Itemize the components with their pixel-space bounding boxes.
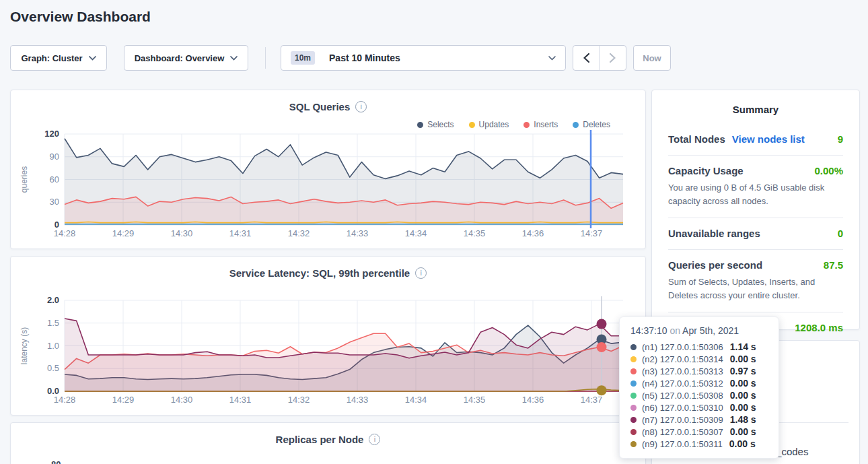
- summary-row-label: Unavailable ranges: [668, 228, 760, 239]
- summary-rows: Total NodesView nodes list9Capacity Usag…: [668, 124, 843, 343]
- sql-queries-chart-title: SQL Queries: [289, 101, 351, 112]
- chevron-right-icon: [610, 53, 616, 63]
- service-latency-chart[interactable]: 0.00.51.01.52.0latency (s)14:2814:2914:3…: [11, 294, 645, 413]
- tooltip-series-dot-icon: [630, 429, 637, 435]
- tooltip-node-label: (n9) 127.0.0.1:50311: [642, 439, 723, 449]
- tooltip-node-label: (n8) 127.0.0.1:50307: [642, 427, 723, 437]
- tooltip-series-dot-icon: [630, 356, 637, 362]
- tooltip-series-dot-icon: [630, 344, 637, 350]
- x-axis-tick: 14:36: [522, 228, 544, 238]
- summary-row: Total NodesView nodes list9: [668, 124, 843, 156]
- chevron-down-icon: [548, 56, 556, 61]
- y-axis-tick: 1.5: [47, 318, 59, 328]
- replicas-per-node-chart-panel: Replicas per Node i 80: [10, 422, 646, 464]
- chart-hover-tooltip: 14:37:10 on Apr 5th, 2021 (n1) 127.0.0.1…: [619, 317, 779, 459]
- tooltip-node-value: 1.48 s: [730, 414, 756, 425]
- x-axis-tick: 14:37: [581, 228, 603, 238]
- now-button[interactable]: Now: [633, 45, 671, 71]
- summary-panel: Summary Total NodesView nodes list9Capac…: [651, 90, 860, 330]
- tooltip-node-label: (n4) 127.0.0.1:50312: [642, 378, 723, 389]
- x-axis-tick: 14:29: [112, 228, 135, 238]
- hover-dot: [597, 319, 607, 329]
- service-latency-chart-panel: Service Latency: SQL, 99th percentile i …: [10, 256, 646, 416]
- summary-row-description: Sum of Selects, Updates, Inserts, and De…: [668, 275, 843, 302]
- summary-row: Unavailable ranges0: [668, 218, 843, 250]
- tooltip-series-dot-icon: [630, 441, 637, 447]
- graph-dropdown[interactable]: Graph: Cluster: [10, 45, 107, 71]
- x-axis-tick: 14:29: [112, 395, 135, 405]
- summary-row-value: 0: [838, 228, 843, 239]
- summary-row-head: Unavailable ranges0: [668, 228, 843, 239]
- info-icon[interactable]: i: [415, 267, 427, 279]
- summary-row-head: Total NodesView nodes list9: [668, 133, 843, 145]
- controls-divider: [265, 47, 266, 69]
- service-latency-chart-title: Service Latency: SQL, 99th percentile: [229, 267, 410, 279]
- tooltip-timestamp: 14:37:10 on Apr 5th, 2021: [630, 325, 768, 336]
- info-icon[interactable]: i: [355, 101, 367, 112]
- summary-row: Queries per second87.5Sum of Selects, Up…: [668, 250, 843, 312]
- sql-queries-chart-panel: SQL Queries i SelectsUpdatesInsertsDelet…: [10, 90, 646, 249]
- y-axis-tick: 0.5: [47, 363, 59, 373]
- time-range-label: Past 10 Minutes: [329, 53, 400, 63]
- chevron-down-icon: [89, 56, 96, 61]
- page-title: Overview Dashboard: [10, 9, 151, 25]
- tooltip-series-dot-icon: [630, 417, 637, 423]
- summary-row-head: Capacity Usage0.00%: [668, 165, 843, 176]
- x-axis-tick: 14:32: [288, 228, 310, 238]
- tooltip-node-value: 0.00 s: [730, 390, 756, 401]
- tooltip-series-dot-icon: [630, 368, 637, 374]
- tooltip-row: (n3) 127.0.0.1:503130.97 s: [630, 365, 768, 377]
- y-axis-tick: 2.0: [47, 295, 59, 305]
- info-icon[interactable]: i: [369, 434, 380, 445]
- dashboard-dropdown-label: Dashboard: Overview: [135, 53, 225, 63]
- replicas-y-tick: 80: [51, 459, 61, 464]
- tooltip-node-value: 0.97 s: [730, 366, 756, 376]
- tooltip-node-value: 0.00 s: [729, 438, 756, 449]
- graph-dropdown-label: Graph: Cluster: [21, 53, 82, 63]
- tooltip-node-label: (n1) 127.0.0.1:50306: [642, 342, 723, 352]
- tooltip-row: (n8) 127.0.0.1:503070.00 s: [630, 426, 768, 438]
- x-axis-tick: 14:32: [288, 395, 310, 405]
- x-axis-tick: 14:34: [405, 228, 427, 238]
- tooltip-node-label: (n3) 127.0.0.1:50313: [642, 366, 723, 376]
- x-axis-tick: 14:36: [522, 395, 544, 405]
- tooltip-series-dot-icon: [630, 380, 637, 387]
- tooltip-node-value: 0.00 s: [730, 402, 756, 413]
- y-axis-label: latency (s): [20, 327, 29, 364]
- tooltip-node-value: 1.14 s: [730, 341, 756, 352]
- sql-queries-chart[interactable]: 0306090120queries14:2814:2914:3014:3114:…: [11, 127, 645, 247]
- view-nodes-list-link[interactable]: View nodes list: [732, 133, 805, 145]
- tooltip-series-dot-icon: [630, 405, 637, 411]
- tooltip-node-label: (n5) 127.0.0.1:50308: [642, 391, 723, 401]
- y-axis-tick: 30: [50, 197, 59, 207]
- x-axis-tick: 14:33: [347, 395, 369, 405]
- summary-row-value: 9: [838, 133, 843, 145]
- tooltip-row: (n7) 127.0.0.1:503091.48 s: [630, 413, 768, 426]
- tooltip-node-value: 0.00 s: [730, 378, 756, 389]
- dashboard-dropdown[interactable]: Dashboard: Overview: [124, 45, 248, 71]
- tooltip-node-value: 0.00 s: [730, 426, 756, 437]
- tooltip-node-value: 0.00 s: [730, 354, 756, 364]
- y-axis-tick: 120: [44, 129, 59, 139]
- x-axis-tick: 14:31: [229, 395, 252, 405]
- y-axis-tick: 60: [50, 174, 59, 185]
- tooltip-node-label: (n2) 127.0.0.1:50314: [642, 354, 723, 364]
- summary-row-value: 1208.0 ms: [795, 322, 843, 333]
- time-range-badge: 10m: [291, 51, 315, 65]
- tooltip-row: (n2) 127.0.0.1:503140.00 s: [630, 353, 768, 365]
- y-axis-tick: 1.0: [47, 341, 59, 351]
- summary-row-head: Queries per second87.5: [668, 259, 843, 271]
- x-axis-tick: 14:30: [171, 395, 193, 405]
- summary-title: Summary: [652, 104, 859, 115]
- tooltip-row: (n6) 127.0.0.1:503100.00 s: [630, 401, 768, 413]
- time-step-buttons: [573, 45, 626, 71]
- next-time-button[interactable]: [600, 46, 626, 70]
- now-button-label: Now: [643, 53, 661, 63]
- x-axis-tick: 14:28: [54, 228, 76, 238]
- chevron-down-icon: [230, 56, 238, 61]
- chevron-left-icon: [583, 53, 589, 63]
- prev-time-button[interactable]: [573, 46, 600, 70]
- replicas-per-node-chart-title: Replicas per Node: [276, 434, 364, 445]
- y-axis-tick: 90: [50, 152, 59, 162]
- time-range-dropdown[interactable]: 10m Past 10 Minutes: [281, 45, 566, 71]
